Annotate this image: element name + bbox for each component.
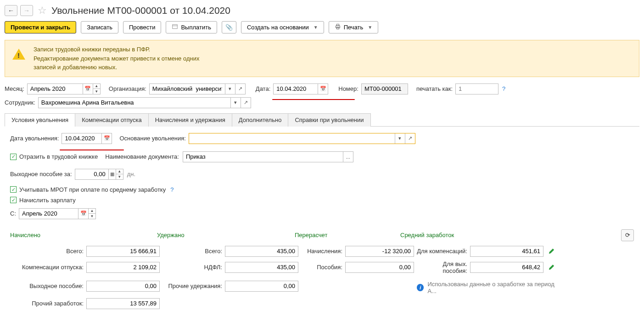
recalc-acc-value[interactable] (345, 246, 414, 257)
attach-button[interactable]: 📎 (222, 21, 236, 33)
recalc-acc-label: Начисления: (301, 248, 342, 255)
ndfl-label: НДФЛ: (162, 264, 222, 271)
employee-label: Сотрудник: (5, 99, 36, 106)
print-as-input[interactable] (456, 84, 498, 94)
org-dropdown-icon[interactable]: ▾ (225, 84, 235, 94)
org-open-icon[interactable]: ↗ (235, 84, 245, 94)
other-earn-label: Прочий заработок: (10, 300, 84, 307)
mrot-label: Учитывать МРОТ при оплате по среднему за… (19, 186, 166, 193)
employee-dropdown-icon[interactable]: ▾ (230, 98, 241, 108)
save-button[interactable]: Записать (81, 21, 118, 33)
reason-open-icon[interactable]: ↗ (405, 133, 415, 144)
nav-back-button[interactable]: ← (5, 5, 17, 16)
help-icon[interactable]: ? (168, 186, 175, 193)
refresh-icon: ⟳ (625, 232, 630, 238)
pay-icon (172, 23, 178, 31)
employee-open-icon[interactable]: ↗ (241, 98, 251, 108)
tab-accruals[interactable]: Начисления и удержания (148, 113, 232, 127)
section-withheld-title: Удержано (157, 232, 295, 238)
red-underline-decoration (60, 150, 124, 150)
reason-input[interactable] (189, 133, 395, 144)
accrue-salary-checkbox[interactable]: ✓ (10, 197, 17, 203)
recalc-ben-label: Пособия: (301, 264, 342, 271)
from-month-input[interactable] (19, 209, 78, 219)
create-based-label: Создать на основании (247, 24, 309, 31)
org-input[interactable] (150, 84, 225, 94)
number-label: Номер: (338, 85, 359, 92)
avg-comp-value[interactable] (470, 246, 543, 257)
section-avg-title: Средний заработок (400, 232, 616, 238)
date-label: Дата: (256, 85, 271, 92)
vac-comp-value[interactable] (86, 262, 160, 273)
tab-additional[interactable]: Дополнительно (232, 113, 289, 127)
severance-out-value[interactable] (86, 281, 160, 292)
vac-comp-label: Компенсации отпуска: (10, 264, 84, 271)
svg-rect-2 (336, 24, 339, 26)
month-spin-down[interactable]: ▼ (93, 89, 100, 94)
withheld-total-label: Всего: (162, 248, 222, 255)
section-accrued-title: Начислено (10, 232, 157, 238)
ndfl-value[interactable] (225, 262, 298, 273)
reflect-workbook-checkbox[interactable]: ✓ (10, 154, 17, 160)
favorite-icon[interactable]: ☆ (36, 5, 49, 17)
info-icon: i (417, 284, 424, 291)
termination-date-calendar-icon[interactable]: 📅 (101, 133, 112, 144)
create-based-button[interactable]: Создать на основании ▼ (241, 21, 324, 33)
employee-input[interactable] (39, 98, 230, 108)
other-earn-value[interactable] (86, 298, 160, 309)
withheld-total-value[interactable] (225, 246, 298, 257)
execute-and-close-button[interactable]: Провести и закрыть (5, 21, 76, 33)
edit-avg-sev-button[interactable] (546, 262, 556, 272)
recalc-ben-value[interactable] (345, 262, 414, 273)
month-spin-up[interactable]: ▲ (93, 84, 100, 89)
nav-forward-button[interactable]: → (20, 5, 33, 16)
reason-dropdown-icon[interactable]: ▾ (395, 133, 405, 144)
warning-line2: Редактирование документа может привести … (34, 54, 199, 63)
svg-rect-0 (173, 25, 178, 29)
date-input[interactable] (274, 84, 318, 94)
from-month-label: С: (10, 210, 17, 217)
pay-button[interactable]: Выплатить (166, 21, 217, 33)
avg-sev-value[interactable] (470, 262, 543, 273)
severance-spin-down[interactable]: ▼ (116, 174, 123, 179)
chevron-down-icon: ▼ (368, 25, 372, 30)
from-spin-down[interactable]: ▼ (89, 214, 95, 219)
tab-compensations[interactable]: Компенсации отпуска (75, 113, 149, 127)
other-with-value[interactable] (225, 281, 298, 292)
printer-icon (335, 23, 341, 31)
severance-label: Выходное пособие за: (10, 171, 73, 177)
month-input-group: 📅 ▲▼ (27, 83, 101, 94)
page-title: Увольнение МТ00-000001 от 10.04.2020 (51, 5, 230, 16)
execute-button[interactable]: Провести (123, 21, 162, 33)
termination-date-input[interactable] (62, 133, 101, 144)
tab-certificates[interactable]: Справки при увольнении (288, 113, 370, 127)
employee-input-group: ▾ ↗ (38, 97, 251, 108)
severance-spin-up[interactable]: ▲ (116, 169, 123, 174)
doc-name-more-icon[interactable]: ... (343, 152, 353, 162)
severance-input[interactable] (75, 169, 108, 179)
accrue-salary-label: Начислить зарплату (19, 197, 76, 204)
month-calendar-icon[interactable]: 📅 (83, 84, 93, 94)
severance-calc-icon[interactable]: ▦ (108, 169, 116, 179)
print-button[interactable]: Печать ▼ (329, 21, 379, 33)
paperclip-icon: 📎 (225, 24, 233, 31)
accrued-total-label: Всего: (10, 248, 84, 255)
red-underline-decoration (272, 99, 355, 100)
tab-panel-conditions: Дата увольнения: 📅 Основание увольнения:… (5, 127, 639, 316)
help-icon[interactable]: ? (500, 85, 507, 92)
edit-avg-comp-button[interactable] (546, 246, 556, 256)
date-calendar-icon[interactable]: 📅 (318, 84, 328, 94)
chevron-down-icon: ▼ (314, 25, 318, 30)
from-calendar-icon[interactable]: 📅 (78, 209, 88, 219)
accrued-total-value[interactable] (86, 246, 160, 257)
other-with-label: Прочие удержания: (162, 283, 222, 289)
tab-conditions[interactable]: Условия увольнения (5, 113, 75, 127)
month-input[interactable] (28, 84, 83, 94)
print-label: Печать (344, 24, 364, 31)
mrot-checkbox[interactable]: ✓ (10, 186, 17, 193)
reason-input-group: ▾ ↗ (189, 133, 415, 144)
doc-name-input[interactable] (183, 152, 343, 162)
termination-date-label: Дата увольнения: (10, 135, 60, 142)
refresh-button[interactable]: ⟳ (621, 229, 634, 241)
from-spin-up[interactable]: ▲ (89, 209, 95, 214)
